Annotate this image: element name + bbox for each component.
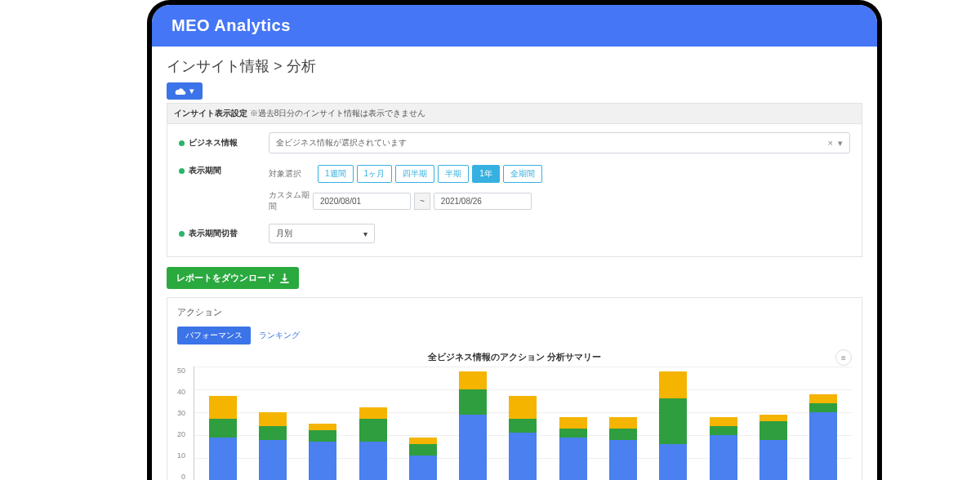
bar[interactable] [659, 371, 687, 480]
bar[interactable] [559, 417, 587, 480]
unit-select-value: 月別 [276, 228, 292, 239]
bar-segment-green [559, 429, 587, 438]
chart-bars [194, 367, 852, 480]
bar-segment-green [209, 419, 237, 437]
period-button[interactable]: 全期間 [503, 165, 542, 183]
bar-segment-yellow [509, 396, 537, 419]
y-tick: 50 [177, 367, 185, 375]
bar-segment-blue [509, 433, 537, 480]
period-button[interactable]: 半期 [438, 165, 469, 183]
bar-segment-green [710, 426, 737, 435]
bar-segment-blue [710, 435, 737, 480]
bar[interactable] [209, 396, 237, 480]
settings-bar-title: インサイト表示設定 [174, 109, 247, 118]
period-button-group: 1週間1ヶ月四半期半期1年全期間 [318, 165, 542, 183]
bar-segment-green [609, 429, 637, 440]
bar[interactable] [609, 417, 637, 480]
bar-segment-blue [259, 440, 287, 480]
bar-segment-yellow [409, 438, 437, 444]
bar-segment-yellow [609, 417, 637, 429]
period-button[interactable]: 1週間 [318, 165, 354, 183]
action-card: アクション パフォーマンス ランキング 全ビジネス情報のアクション 分析サマリー… [167, 297, 862, 480]
settings-bar-note: ※過去8日分のインサイト情報は表示できません [247, 109, 425, 118]
y-tick: 0 [177, 473, 185, 480]
business-select[interactable]: 全ビジネス情報が選択されています × ▾ [269, 132, 850, 153]
bar-segment-yellow [459, 371, 487, 389]
chart-plot: 08/0109/0110/0111/0112/01202101/0102/010… [194, 367, 852, 480]
bar-segment-blue [409, 456, 437, 480]
download-report-button[interactable]: レポートをダウンロード [167, 267, 299, 289]
cloud-icon [175, 87, 186, 96]
status-dot-icon [179, 168, 185, 174]
period-sub-select-label: 対象選択 [269, 168, 310, 180]
bar-segment-blue [809, 412, 837, 480]
bar[interactable] [710, 417, 737, 480]
filter-label-business: ビジネス情報 [179, 137, 269, 149]
bar-segment-blue [359, 442, 387, 480]
y-tick: 10 [177, 451, 185, 460]
bar-segment-yellow [760, 415, 787, 421]
download-label: レポートをダウンロード [176, 272, 275, 284]
bar[interactable] [809, 394, 837, 480]
bar-segment-blue [459, 415, 487, 480]
tab-performance[interactable]: パフォーマンス [177, 327, 251, 344]
card-tabs: パフォーマンス ランキング [177, 327, 852, 344]
bar-segment-yellow [559, 417, 587, 429]
app-header: MEO Analytics [152, 5, 877, 47]
clear-icon[interactable]: × [828, 138, 833, 149]
filter-panel: ビジネス情報 全ビジネス情報が選択されています × ▾ 表示期間 [167, 124, 862, 257]
cloud-dropdown-button[interactable]: ▾ [167, 82, 203, 100]
bar-segment-green [760, 421, 787, 439]
breadcrumb: インサイト情報 > 分析 [167, 56, 862, 76]
period-button[interactable]: 四半期 [395, 165, 434, 183]
y-tick: 30 [177, 409, 185, 417]
bar-segment-green [409, 444, 437, 456]
bar[interactable] [459, 371, 487, 480]
bar-segment-blue [209, 438, 237, 480]
status-dot-icon [179, 140, 185, 146]
date-to-input[interactable]: 2021/08/26 [434, 193, 532, 210]
chart-menu-button[interactable]: ≡ [835, 349, 852, 366]
bar-segment-yellow [359, 407, 387, 419]
chevron-down-icon: ▾ [189, 86, 194, 96]
bar-segment-yellow [659, 371, 687, 399]
settings-bar: インサイト表示設定 ※過去8日分のインサイト情報は表示できません [167, 103, 862, 124]
bar-segment-green [659, 398, 687, 444]
bar-segment-yellow [710, 417, 737, 426]
chevron-down-icon[interactable]: ▾ [838, 138, 843, 149]
bar-segment-green [259, 426, 287, 440]
bar[interactable] [259, 412, 287, 480]
bar-segment-green [359, 419, 387, 442]
bar-segment-yellow [809, 394, 837, 403]
bar-segment-blue [760, 440, 787, 480]
bar[interactable] [359, 407, 387, 480]
bar-segment-green [309, 430, 336, 442]
period-button[interactable]: 1年 [472, 165, 500, 183]
download-icon [280, 273, 289, 283]
bar-segment-yellow [209, 396, 237, 419]
y-tick: 20 [177, 430, 185, 438]
date-from-input[interactable]: 2020/08/01 [313, 193, 411, 210]
card-section-title: アクション [177, 306, 852, 318]
bar-segment-blue [309, 442, 336, 480]
bar-segment-blue [559, 438, 587, 480]
chart-title: 全ビジネス情報のアクション 分析サマリー [177, 351, 852, 363]
y-tick: 40 [177, 388, 185, 396]
bar[interactable] [760, 415, 787, 480]
bar[interactable] [409, 438, 437, 480]
tab-ranking[interactable]: ランキング [259, 330, 300, 341]
date-range-separator: ~ [414, 193, 430, 210]
bar-segment-green [809, 403, 837, 412]
app-title: MEO Analytics [172, 16, 291, 34]
chart-container: 全ビジネス情報のアクション 分析サマリー ≡ 50403020100 08/01… [177, 351, 852, 480]
chevron-down-icon: ▾ [363, 229, 368, 238]
chart-y-axis: 50403020100 [177, 367, 189, 480]
bar[interactable] [509, 396, 537, 480]
period-button[interactable]: 1ヶ月 [357, 165, 393, 183]
bar[interactable] [309, 424, 336, 480]
status-dot-icon [179, 231, 185, 237]
filter-label-period: 表示期間 [179, 165, 269, 176]
bar-segment-green [459, 389, 487, 415]
bar-segment-yellow [309, 424, 336, 430]
unit-select[interactable]: 月別 ▾ [269, 224, 375, 243]
